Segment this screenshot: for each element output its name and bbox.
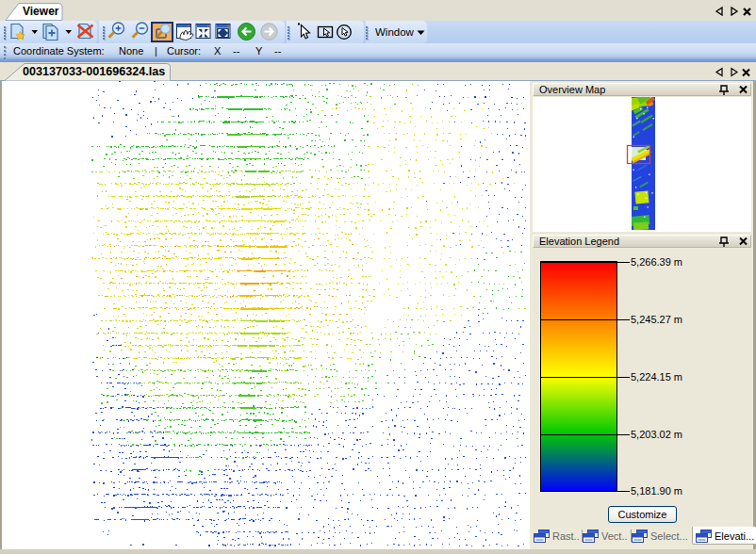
svg-text:Window: Window: [375, 26, 415, 38]
